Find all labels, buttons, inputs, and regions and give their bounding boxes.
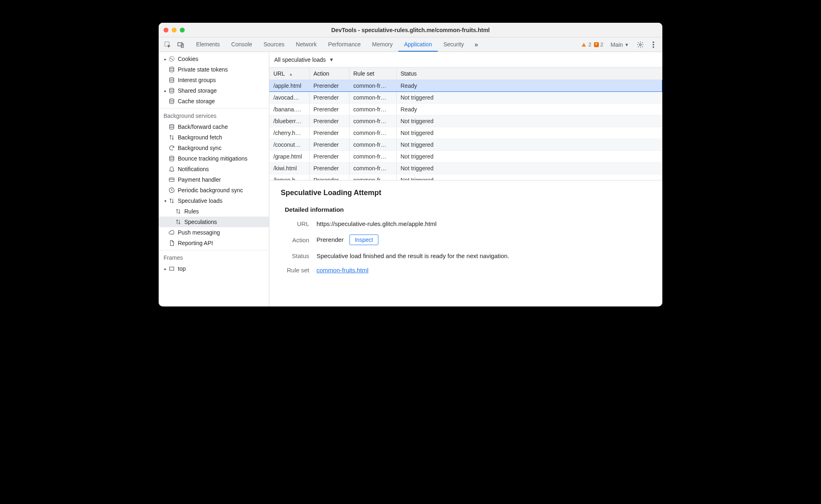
table-row[interactable]: /lemon.h…Prerendercommon-fr…Not triggere… [269, 174, 662, 180]
more-options-icon[interactable] [648, 37, 659, 52]
table-row[interactable]: /blueberr…Prerendercommon-fr…Not trigger… [269, 115, 662, 127]
cell-action: Prerender [309, 150, 349, 162]
sidebar-item-push-messaging[interactable]: Push messaging [159, 227, 269, 238]
sidebar-item-cookies[interactable]: ▸Cookies [159, 54, 269, 64]
sidebar-item-background-fetch[interactable]: Background fetch [159, 132, 269, 143]
panel-tabs: ElementsConsoleSourcesNetworkPerformance… [190, 37, 469, 52]
tab-sources[interactable]: Sources [258, 37, 290, 52]
sidebar-item-interest-groups[interactable]: Interest groups [159, 75, 269, 85]
sidebar-item-reporting-api[interactable]: Reporting API [159, 238, 269, 248]
cell-status: Not triggered [396, 162, 662, 174]
cloud-icon [168, 229, 175, 236]
sidebar-item-shared-storage[interactable]: ▸Shared storage [159, 85, 269, 96]
tree-caret-icon [163, 230, 168, 235]
table-row[interactable]: /cherry.h…Prerendercommon-fr…Not trigger… [269, 127, 662, 139]
db-icon [168, 123, 175, 130]
cell-action: Prerender [309, 103, 349, 115]
sidebar-item-label: Speculative loads [178, 198, 223, 204]
sidebar-item-rules[interactable]: Rules [159, 206, 269, 217]
inspect-element-icon[interactable] [162, 37, 173, 52]
cell-url: /cherry.h… [269, 127, 309, 139]
table-row[interactable]: /kiwi.htmlPrerendercommon-fr…Not trigger… [269, 162, 662, 174]
warnings-count: 2 [588, 41, 591, 48]
chevron-down-icon: ▼ [329, 57, 334, 63]
cell-status: Not triggered [396, 91, 662, 103]
maximize-window-button[interactable] [180, 28, 185, 33]
column-header-action[interactable]: Action [309, 67, 349, 80]
sidebar-group-background-services: Background services [159, 108, 269, 122]
column-header-status[interactable]: Status [396, 67, 662, 80]
cell-url: /lemon.h… [269, 174, 309, 180]
cell-ruleset: common-fr… [349, 91, 396, 103]
table-row[interactable]: /banana.…Prerendercommon-fr…Ready [269, 103, 662, 115]
issues-count: 2 [600, 41, 603, 48]
tree-caret-icon [163, 188, 168, 193]
sidebar-item-top[interactable]: ▸top [159, 263, 269, 274]
sidebar-item-label: Push messaging [178, 229, 220, 236]
sidebar-item-speculations[interactable]: Speculations [159, 217, 269, 227]
sidebar-item-label: Notifications [178, 166, 209, 172]
speculations-table[interactable]: URL▲ActionRule setStatus /apple.htmlPrer… [269, 67, 662, 180]
sidebar-item-label: Speculations [184, 219, 217, 225]
sidebar-item-private-state-tokens[interactable]: Private state tokens [159, 64, 269, 75]
tab-security[interactable]: Security [438, 37, 470, 52]
tab-network[interactable]: Network [290, 37, 322, 52]
cell-url: /blueberr… [269, 115, 309, 127]
sidebar-item-label: Reporting API [178, 240, 213, 246]
tree-caret-icon: ▸ [163, 88, 168, 93]
tree-caret-icon [163, 146, 168, 150]
svg-rect-18 [169, 178, 174, 182]
device-toolbar-icon[interactable] [175, 37, 186, 52]
cell-ruleset: common-fr… [349, 115, 396, 127]
tab-elements[interactable]: Elements [190, 37, 225, 52]
more-tabs-icon[interactable]: » [471, 37, 481, 52]
svg-rect-20 [170, 267, 174, 270]
sidebar-item-payment-handler[interactable]: Payment handler [159, 174, 269, 185]
sidebar-item-label: Rules [184, 208, 199, 215]
column-header-url[interactable]: URL▲ [269, 67, 309, 80]
speculative-loads-filter[interactable]: All speculative loads ▼ [274, 56, 334, 63]
tab-performance[interactable]: Performance [322, 37, 366, 52]
tree-caret-icon [163, 177, 168, 182]
sidebar-item-background-sync[interactable]: Background sync [159, 143, 269, 153]
settings-icon[interactable] [635, 37, 646, 52]
close-window-button[interactable] [164, 28, 168, 33]
column-header-rule-set[interactable]: Rule set [349, 67, 396, 80]
tab-console[interactable]: Console [225, 37, 258, 52]
table-row[interactable]: /grape.htmlPrerendercommon-fr…Not trigge… [269, 150, 662, 162]
sidebar-item-periodic-background-sync[interactable]: Periodic background sync [159, 185, 269, 196]
tab-application[interactable]: Application [398, 37, 438, 52]
table-row[interactable]: /apple.htmlPrerendercommon-fr…Ready [269, 80, 662, 91]
svg-point-15 [170, 99, 174, 100]
svg-point-17 [170, 156, 174, 158]
svg-point-14 [170, 88, 174, 90]
inspect-button[interactable]: Inspect [349, 235, 378, 245]
target-selector[interactable]: Main ▼ [607, 37, 633, 52]
console-warnings[interactable]: 2 2 [579, 37, 605, 52]
bell-icon [168, 165, 175, 173]
tree-caret-icon [163, 124, 168, 129]
cell-action: Prerender [309, 91, 349, 103]
sidebar-item-label: Bounce tracking mitigations [178, 155, 247, 162]
window-title: DevTools - speculative-rules.glitch.me/c… [159, 27, 662, 33]
filter-label: All speculative loads [274, 56, 326, 63]
tab-memory[interactable]: Memory [367, 37, 399, 52]
cell-ruleset: common-fr… [349, 103, 396, 115]
table-row[interactable]: /avocad…Prerendercommon-fr…Not triggered [269, 91, 662, 103]
sidebar-item-notifications[interactable]: Notifications [159, 164, 269, 174]
detail-heading: Speculative Loading Attempt [281, 189, 651, 197]
svg-point-12 [170, 67, 174, 69]
db-icon [168, 66, 175, 73]
cell-ruleset: common-fr… [349, 139, 396, 150]
sidebar-item-bounce-tracking-mitigations[interactable]: Bounce tracking mitigations [159, 153, 269, 164]
sidebar-item-cache-storage[interactable]: Cache storage [159, 96, 269, 106]
detail-ruleset-link[interactable]: common-fruits.html [317, 267, 369, 274]
sidebar-item-back-forward-cache[interactable]: Back/forward cache [159, 122, 269, 132]
application-sidebar: ▸CookiesPrivate state tokensInterest gro… [159, 52, 269, 306]
sidebar-item-speculative-loads[interactable]: ▾Speculative loads [159, 196, 269, 206]
table-row[interactable]: /coconut…Prerendercommon-fr…Not triggere… [269, 139, 662, 150]
svg-point-16 [170, 124, 174, 126]
cell-ruleset: common-fr… [349, 80, 396, 91]
minimize-window-button[interactable] [172, 28, 177, 33]
svg-rect-3 [584, 44, 584, 46]
